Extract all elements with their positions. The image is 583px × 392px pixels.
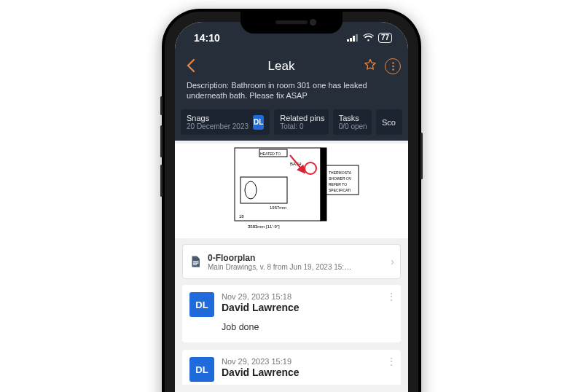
svg-text:HEATED TO: HEATED TO xyxy=(260,152,281,156)
comment-author: David Lawrence xyxy=(222,302,394,313)
description-text: Description: Bathroom in room 301 one ha… xyxy=(182,79,401,106)
more-icon[interactable] xyxy=(385,58,401,74)
comment-text: Job done xyxy=(222,322,394,332)
chip-label: Snags xyxy=(187,114,249,122)
attachment-card[interactable]: 0-Floorplan Main Drawings, v. 8 from Jun… xyxy=(182,244,401,279)
svg-text:3583mm  [11'-9"]: 3583mm [11'-9"] xyxy=(248,224,280,229)
svg-point-6 xyxy=(392,68,394,70)
side-button xyxy=(160,96,163,115)
svg-rect-3 xyxy=(356,34,358,42)
file-icon xyxy=(189,255,202,268)
star-icon[interactable] xyxy=(363,58,377,76)
avatar: DL xyxy=(189,292,214,317)
svg-text:SHOWER OV: SHOWER OV xyxy=(329,176,352,181)
comment-date: Nov 29, 2023 15:19 xyxy=(222,357,394,366)
chip-sub: 0/0 open xyxy=(339,122,367,130)
comment-item: DL Nov 29, 2023 15:19 David Lawrence ⋮ xyxy=(182,350,401,385)
floorplan-preview[interactable]: HEATED TO BATH 1957mm 3583mm [11'-9"] 18… xyxy=(175,144,408,238)
power-button xyxy=(420,133,423,179)
avatar: DL xyxy=(189,357,214,382)
svg-rect-2 xyxy=(353,36,355,42)
chip-related-pins[interactable]: Related pins Total: 0 xyxy=(274,109,329,135)
chip-sub: 20 December 2023 xyxy=(187,122,249,130)
comment-author: David Lawrence xyxy=(222,366,394,378)
signal-icon xyxy=(347,32,359,44)
comment-item: DL Nov 29, 2023 15:18 David Lawrence Job… xyxy=(182,285,401,342)
back-button[interactable] xyxy=(182,56,200,77)
svg-point-4 xyxy=(392,62,394,63)
chip-badge: DL xyxy=(253,115,264,130)
svg-rect-9 xyxy=(321,148,326,221)
battery-indicator: 77 xyxy=(378,33,392,43)
svg-text:THERMOSTA: THERMOSTA xyxy=(329,170,352,175)
attachment-name: 0-Floorplan xyxy=(208,253,385,263)
chip-scope[interactable]: Sco xyxy=(376,109,402,135)
screen: 14:10 77 Leak xyxy=(175,22,408,392)
notch xyxy=(240,12,343,34)
svg-point-5 xyxy=(392,66,394,67)
volume-up xyxy=(160,125,163,157)
comment-date: Nov 29, 2023 15:18 xyxy=(222,292,394,301)
attachment-meta: Main Drawings, v. 8 from Jun 19, 2023 15… xyxy=(208,263,385,271)
svg-rect-0 xyxy=(347,39,349,42)
volume-down xyxy=(160,165,163,197)
svg-text:1957mm: 1957mm xyxy=(270,205,286,210)
tab-chips[interactable]: Snags 20 December 2023 DL Related pins T… xyxy=(175,109,408,141)
chip-snags[interactable]: Snags 20 December 2023 DL xyxy=(181,109,270,135)
chip-sub: Total: 0 xyxy=(280,122,324,130)
svg-rect-1 xyxy=(350,38,352,42)
svg-text:REFER TO: REFER TO xyxy=(329,182,347,187)
comment-more-icon[interactable]: ⋮ xyxy=(386,356,396,367)
chip-label: Sco xyxy=(382,118,396,127)
comment-more-icon[interactable]: ⋮ xyxy=(386,291,396,302)
svg-text:SPECIFICATI: SPECIFICATI xyxy=(329,188,351,192)
page-title: Leak xyxy=(200,59,363,74)
phone-frame: 14:10 77 Leak xyxy=(162,9,421,392)
chip-tasks[interactable]: Tasks 0/0 open xyxy=(333,109,372,135)
chip-label: Tasks xyxy=(339,114,367,122)
chip-label: Related pins xyxy=(280,114,324,122)
chevron-right-icon: › xyxy=(391,256,394,267)
clock: 14:10 xyxy=(194,32,220,44)
svg-text:18: 18 xyxy=(239,214,244,219)
wifi-icon xyxy=(363,32,374,44)
